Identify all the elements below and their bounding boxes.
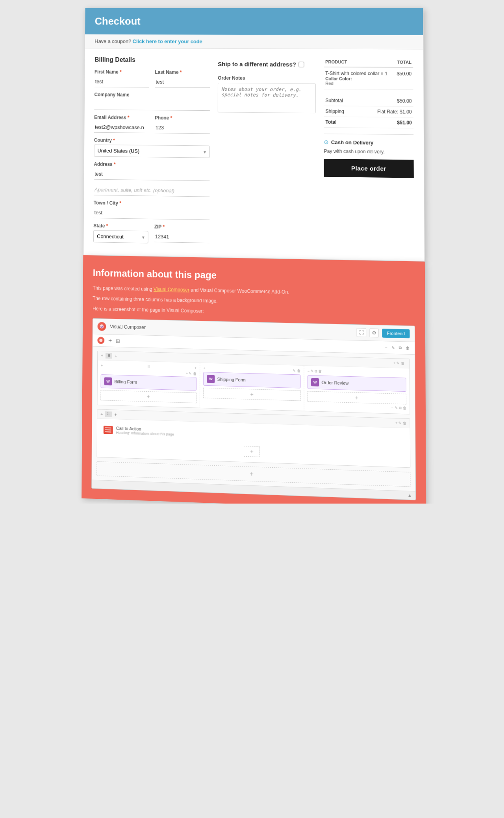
vc-cta-line-2 bbox=[105, 429, 111, 431]
vc-toolbar-action-copy[interactable]: ⧉ bbox=[399, 345, 402, 350]
email-phone-row: Email Address * Phone * bbox=[94, 115, 210, 134]
total-label: Total bbox=[324, 117, 357, 128]
vc-col1-add-widget[interactable]: + bbox=[100, 390, 196, 403]
email-label: Email Address * bbox=[94, 115, 149, 121]
first-name-input[interactable] bbox=[94, 76, 149, 87]
zip-label: ZIP * bbox=[154, 224, 210, 230]
vc-frontend-button[interactable]: Frontend bbox=[382, 329, 410, 338]
phone-label: Phone * bbox=[155, 115, 210, 121]
vc-title: Visual Composer bbox=[110, 324, 146, 330]
order-notes-label: Order Notes bbox=[218, 75, 316, 81]
state-select[interactable]: Connecticut bbox=[93, 230, 148, 244]
total-value: $51.00 bbox=[357, 117, 413, 128]
total-row: Total $51.00 bbox=[324, 117, 413, 128]
vc-col3-edit[interactable]: ✎ bbox=[395, 406, 398, 411]
vc-toolbar-spacer bbox=[124, 341, 381, 347]
vc-col3-top-actions: − ✎ ⧉ 🗑 bbox=[308, 369, 406, 376]
name-row: First Name * Last Name * bbox=[94, 69, 210, 88]
vc-add-element-btn[interactable]: + bbox=[108, 337, 112, 344]
first-name-group: First Name * bbox=[94, 69, 149, 88]
country-select[interactable]: United States (US) bbox=[94, 145, 210, 158]
vc-col2-add-widget[interactable]: + bbox=[203, 388, 300, 401]
vc-cta-icon bbox=[104, 426, 113, 434]
company-name-input[interactable] bbox=[94, 99, 210, 111]
vc-col2-edit[interactable]: ✎ 🗑 bbox=[293, 369, 301, 373]
vc-row2-handle[interactable]: ⠿ bbox=[105, 411, 112, 417]
vc-header-actions: ⛶ ⚙ Frontend bbox=[356, 328, 410, 338]
vc-row-1: + ⠿ + + ✎ 🗑 + ⠿ bbox=[97, 351, 410, 415]
vc-col3-add-widget[interactable]: + bbox=[308, 391, 406, 404]
vc-row-add-col-left[interactable]: + bbox=[101, 353, 103, 358]
checkout-body: Billing Details First Name * Last Name * bbox=[83, 48, 424, 261]
vc-order-widget: W Order Review bbox=[308, 375, 406, 392]
zip-group: ZIP * bbox=[154, 224, 210, 244]
vc-col1-add[interactable]: + bbox=[101, 364, 103, 368]
vc-row2-add-left[interactable]: + bbox=[100, 412, 103, 416]
company-name-group: Company Name bbox=[94, 92, 210, 111]
product-meta: Collar Color: Red bbox=[325, 76, 392, 86]
vc-row-1-left-actions: + ⠿ + bbox=[101, 353, 117, 359]
vc-settings-icon[interactable]: ⚙ bbox=[369, 328, 379, 337]
vc-toolbar-action-delete[interactable]: 🗑 bbox=[406, 346, 410, 350]
address2-group bbox=[94, 184, 210, 197]
town-input[interactable] bbox=[94, 207, 210, 220]
vc-row-add-col-right[interactable]: + bbox=[115, 353, 117, 358]
vc-col1-edit[interactable]: + bbox=[195, 366, 196, 370]
shipping-label: Shipping bbox=[324, 106, 357, 117]
vc-cta-text-block: Call to Action Heading: Information abou… bbox=[116, 426, 174, 437]
payment-radio-icon: ⊙ bbox=[324, 139, 329, 145]
vc-logo-icon bbox=[98, 322, 106, 331]
vc-body: + ⠿ + + ✎ 🗑 + ⠿ bbox=[92, 347, 415, 491]
zip-input[interactable] bbox=[154, 231, 210, 243]
vc-row-handle[interactable]: ⠿ bbox=[106, 353, 112, 359]
address-group: Address * bbox=[94, 162, 210, 181]
vc-row2-add-btn[interactable]: + bbox=[244, 446, 260, 457]
vc-woo-order-icon: W bbox=[311, 378, 319, 387]
vc-row-action-plus[interactable]: + ✎ 🗑 bbox=[393, 361, 404, 365]
vc-columns-1: + ⠿ + + ✎ 🗑 W Billing Form + bbox=[97, 360, 410, 414]
vc-row2-left: + ⠿ + bbox=[100, 411, 117, 418]
last-name-group: Last Name * bbox=[155, 69, 210, 88]
place-order-button[interactable]: Place order bbox=[324, 159, 414, 178]
svg-point-1 bbox=[99, 339, 102, 342]
visual-composer-link[interactable]: Visual Composer bbox=[154, 286, 189, 293]
coupon-bar: Have a coupon? Click here to enter your … bbox=[85, 34, 423, 49]
page-title: Checkout bbox=[95, 15, 413, 28]
vc-col3-actions[interactable]: − ✎ ⧉ 🗑 bbox=[308, 369, 322, 374]
address2-input[interactable] bbox=[94, 184, 210, 197]
billing-title: Billing Details bbox=[94, 56, 210, 64]
phone-input[interactable] bbox=[155, 122, 210, 134]
vc-logo-area: Visual Composer bbox=[98, 322, 146, 332]
order-notes-textarea[interactable] bbox=[218, 83, 316, 113]
vc-screenshot: Visual Composer ⛶ ⚙ Frontend + ⊞ − bbox=[91, 318, 416, 500]
vc-toolbar-action-minus[interactable]: − bbox=[385, 345, 387, 350]
order-column: PRODUCT TOTAL T-Shirt with colored colla… bbox=[324, 57, 414, 253]
vc-fullscreen-icon[interactable]: ⛶ bbox=[356, 328, 366, 337]
email-input[interactable] bbox=[94, 122, 149, 133]
vc-col3-bottom-actions: − ✎ ⧉ 🗑 bbox=[308, 403, 406, 411]
vc-row2-edit[interactable]: + ✎ 🗑 bbox=[395, 421, 406, 425]
address-input[interactable] bbox=[94, 169, 210, 181]
vc-billing-widget-label: Billing Form bbox=[114, 379, 137, 385]
state-group: State * Connecticut ▼ bbox=[93, 223, 148, 244]
town-group: Town / City * bbox=[94, 200, 210, 220]
vc-toolbar-action-edit[interactable]: ✎ bbox=[391, 345, 395, 350]
country-group: Country * United States (US) ▼ bbox=[94, 138, 210, 158]
ship-different-checkbox[interactable] bbox=[298, 61, 304, 67]
coupon-link[interactable]: Click here to enter your code bbox=[133, 38, 202, 44]
vc-grid-view-icon[interactable]: ⊞ bbox=[116, 338, 120, 344]
vc-col2-add[interactable]: + bbox=[203, 366, 205, 370]
vc-row2-add-right[interactable]: + bbox=[114, 412, 117, 417]
vc-col3-minus[interactable]: − bbox=[391, 405, 394, 410]
first-name-label: First Name * bbox=[94, 69, 149, 75]
vc-col3-copy[interactable]: ⧉ bbox=[399, 406, 401, 411]
last-name-input[interactable] bbox=[155, 76, 210, 88]
vc-toolbar-logo bbox=[97, 336, 104, 344]
vc-col1-sub-add[interactable]: + ✎ 🗑 bbox=[186, 372, 196, 376]
order-totals: Subtotal $50.00 Shipping Flat Rate: $1.0… bbox=[324, 95, 413, 128]
coupon-text: Have a coupon? bbox=[94, 38, 131, 44]
state-label: State * bbox=[93, 223, 148, 229]
vc-woo-billing-icon: W bbox=[104, 377, 112, 385]
vc-col3-delete[interactable]: 🗑 bbox=[403, 406, 406, 411]
payment-desc: Pay with cash upon delivery. bbox=[324, 149, 414, 155]
